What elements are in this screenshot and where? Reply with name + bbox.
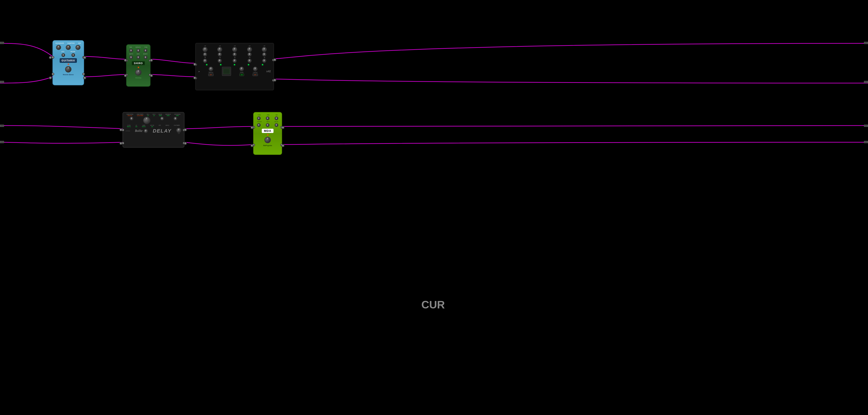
mda-top-knobs	[254, 116, 281, 120]
x42-enable-on[interactable]: ON	[239, 73, 244, 76]
cable-bollie-mda	[184, 127, 253, 129]
mda-knob-fine[interactable]	[266, 116, 270, 120]
shiro-subtitle: Modulay	[135, 77, 141, 78]
edge-port-right-3	[864, 125, 868, 127]
bollie-bypass-knob[interactable]	[144, 129, 148, 133]
inline-conn-13	[119, 128, 123, 131]
bollie-crossfeed: CROSSFEED 100%	[174, 114, 181, 116]
x42-pedal: +12 -48 +12 -48 +12 -48 +12 -48	[195, 43, 274, 90]
inline-conn-10	[150, 74, 153, 77]
bollie-tap-area: TAP	[176, 128, 181, 134]
shiro-label-rate: RATE	[137, 53, 140, 55]
edge-port-right-4	[864, 141, 868, 143]
guitarix-port-in-2	[52, 73, 54, 75]
x42-band5-knob[interactable]	[262, 47, 267, 52]
mda-knob-decay[interactable]	[275, 123, 278, 127]
shiro-bottom-knobs	[127, 56, 149, 59]
shiro-knob-depth[interactable]	[129, 56, 133, 59]
shiro-label-tone: TONE	[144, 46, 147, 48]
x42-highpass-off[interactable]: OFF	[208, 73, 214, 76]
shiro-big-knob[interactable]	[135, 69, 142, 76]
guitarix-big-knob[interactable]	[65, 66, 71, 72]
x42-lowpass-off[interactable]: OFF	[252, 73, 258, 76]
mda-bottom-labels: THRESH HOLD DECAY	[254, 121, 281, 123]
x42-screen	[223, 69, 230, 74]
x42-band2-knob3[interactable]	[218, 59, 222, 63]
guitarix-subtitle: Reverb Stereo	[63, 74, 73, 75]
mda-led	[267, 134, 268, 136]
inline-conn-20	[281, 144, 285, 147]
mda-label-mix: MIX	[276, 114, 278, 115]
x42-band1-knob3[interactable]	[203, 59, 207, 63]
x42-band5-knob3[interactable]	[262, 59, 266, 63]
shiro-knob-time[interactable]	[129, 49, 133, 53]
mda-knob-tune[interactable]	[257, 116, 260, 120]
bollie-bottom-info: LO ON 800 Hz LO 100 LOWS 200 Hz HCF ON 1…	[125, 125, 182, 127]
x42-led-4	[248, 64, 249, 65]
x42-band5-knob2[interactable]	[262, 53, 266, 57]
mda-knob-thresh[interactable]	[257, 123, 260, 127]
x42-band4-knob[interactable]	[247, 47, 252, 52]
inline-conn-5	[193, 63, 196, 66]
x42-enable-group: Enable ON	[239, 67, 244, 76]
inline-conn-17	[119, 142, 123, 145]
bollie-knob-blend[interactable]	[143, 117, 150, 124]
guitarix-knob-damping[interactable]	[66, 45, 71, 50]
shiro-knob-rate[interactable]	[136, 56, 140, 59]
bollie-brand-area: Bollie	[135, 129, 148, 133]
x42-band3-knob2[interactable]	[232, 53, 237, 57]
x42-highpass-label: HighPass	[209, 72, 213, 73]
shiro-label-depth: DEPTH	[129, 53, 133, 55]
x42-brand: x42	[266, 70, 271, 73]
cable-shiro-x42-top	[151, 59, 195, 63]
bollie-knob-crossfeed[interactable]	[174, 117, 177, 120]
cable-guitarix-shiro-top	[84, 57, 126, 59]
x42-highpass-knob[interactable]	[209, 67, 213, 71]
inline-conn-6	[273, 58, 276, 61]
mda-pedal: TUNE FINE MIX THRESH HOLD DECAY MDA RePs…	[253, 112, 282, 155]
cable-left-bollie	[0, 126, 123, 129]
guitarix-knob-mix[interactable]	[75, 45, 81, 50]
mda-knob-mix[interactable]	[275, 116, 278, 120]
mda-knob-hold[interactable]	[266, 123, 270, 127]
shiro-knob-repeats[interactable]	[136, 49, 140, 53]
edge-port-right-2	[864, 81, 868, 83]
bollie-blend: BLEND 50/50	[159, 114, 162, 116]
guitarix-knob-mode[interactable]	[71, 53, 75, 57]
shiro-label-repeats: REPEATS	[135, 46, 141, 48]
guitarix-label-roomsize: ROOMSIZE	[56, 42, 64, 44]
bollie-lows: LOWS 200 Hz	[142, 125, 146, 127]
bollie-tap-knob[interactable]	[176, 128, 181, 133]
mda-label-decay: DECAY	[274, 121, 278, 123]
x42-band3-knob[interactable]	[232, 47, 237, 52]
guitarix-knob-roomsize[interactable]	[56, 45, 61, 50]
shiro-top-knobs	[127, 49, 149, 53]
guitarix-knob-lfo[interactable]	[61, 53, 65, 57]
x42-band4-knob3[interactable]	[248, 59, 252, 63]
bollie-knob-feedback[interactable]	[160, 117, 164, 120]
x42-band1-knob[interactable]	[203, 47, 208, 52]
cable-x42-right-top	[274, 43, 868, 59]
x42-band1-knob2[interactable]	[203, 53, 207, 57]
inline-conn-11	[193, 76, 196, 79]
bollie-brand-text: Bollie	[135, 129, 143, 133]
x42-lowpass-knob[interactable]	[253, 67, 257, 71]
bollie-knob-1[interactable]	[130, 117, 133, 120]
guitarix-label-mode: MODE	[70, 51, 75, 53]
shiro-label-morph: MORPH	[143, 53, 147, 55]
inline-conn-7	[49, 76, 52, 79]
guitarix-bottom-labels: LFO MODE	[58, 51, 79, 53]
guitarix-big-knob-container	[65, 66, 71, 72]
shiro-knob-tone[interactable]	[144, 49, 147, 53]
mda-big-knob[interactable]	[265, 137, 271, 143]
guitarix-label-damping: DAMPING	[67, 42, 75, 44]
x42-band4-knob2[interactable]	[248, 53, 252, 57]
cur-label: CUR	[421, 299, 445, 311]
x42-band2: +12 -48	[217, 45, 222, 63]
x42-band3-knob3[interactable]	[232, 59, 237, 63]
cable-x42-right-bottom	[274, 79, 868, 83]
x42-enable-knob[interactable]	[239, 67, 244, 71]
shiro-knob-morph[interactable]	[144, 56, 147, 59]
x42-band2-knob2[interactable]	[218, 53, 222, 57]
x42-band2-knob[interactable]	[217, 47, 222, 52]
